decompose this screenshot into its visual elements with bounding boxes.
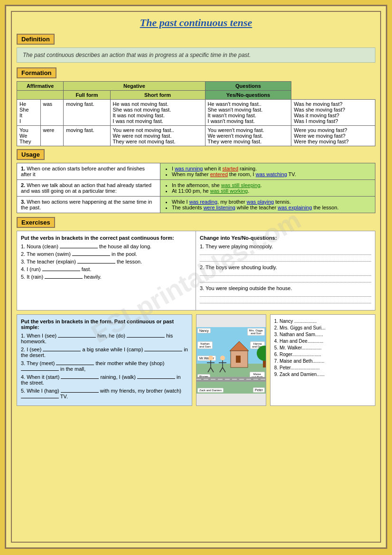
- usage-desc-3: 3. When two actions were happening at th…: [17, 197, 160, 213]
- highlight-playing: was playing: [247, 199, 274, 205]
- highlight-running: was running: [175, 166, 203, 171]
- svg-line-13: [220, 367, 223, 372]
- answer-line: [200, 293, 371, 297]
- highlight-reading: was reading: [189, 199, 217, 205]
- list-item: 7. Maise and Beth.........: [274, 358, 371, 364]
- questions-1: Was he moving fast?Was she moving fast?W…: [291, 100, 375, 126]
- scene-image: Nancy Mrs. Giggsand Suri Nathanand Sam H…: [196, 327, 266, 394]
- short-neg-1: He wasn't moving fast..She wasn't moving…: [205, 100, 291, 126]
- usage-table: 1. When one action starts before another…: [17, 163, 375, 213]
- subheader-full: Full form: [64, 91, 110, 100]
- full-neg-2: You were not moving fast..We were not mo…: [110, 126, 205, 146]
- list-item: 3. Nathan and Sam......: [274, 332, 371, 337]
- list-item: 1. Nancy .................: [274, 319, 371, 324]
- usage-desc-1: 1. When one action starts before another…: [17, 163, 160, 180]
- highlight-sleeping: was still sleeping: [221, 182, 261, 188]
- highlight-started: started: [222, 166, 238, 171]
- svg-line-14: [223, 367, 225, 372]
- list-item: 4. I (run) fast.: [21, 266, 192, 272]
- ex1-title: Put the verbs in brackets in the correct…: [21, 235, 192, 241]
- answer-line: [200, 300, 371, 303]
- list-item: 2. The women (swim) in the pool.: [21, 251, 192, 257]
- formation-section: Formation Affirmative Negative Questions…: [17, 67, 375, 146]
- list-item: 9. Zack and Damien......: [274, 372, 371, 377]
- formation-table: Affirmative Negative Questions Full form…: [17, 81, 375, 146]
- scene-illustration: Nancy Mrs. Giggsand Suri Nathanand Sam H…: [196, 314, 266, 406]
- scene-svg: [196, 327, 266, 394]
- answer-line: [200, 251, 371, 255]
- answer-line: [200, 258, 371, 262]
- main-2: moving fast.: [64, 126, 110, 146]
- table-row: HeSheItI was moving fast. He was not mov…: [17, 100, 375, 126]
- names-list: 1. Nancy ................. 2. Mrs. Giggs…: [270, 314, 375, 406]
- highlight-watching: was watching: [256, 171, 287, 177]
- main-1: moving fast.: [64, 100, 110, 126]
- list-item: 3. You were sleeping outside the house.: [200, 285, 371, 291]
- answer-line: [200, 272, 371, 276]
- list-item: 2. Mrs. Giggs and Suri...: [274, 325, 371, 330]
- svg-rect-2: [236, 356, 241, 363]
- definition-label: Definition: [17, 34, 55, 45]
- answer-line: [200, 279, 371, 282]
- definition-text: The past continuous describes an action …: [17, 47, 375, 63]
- list-item: 2. The boys were shouting loudly.: [200, 264, 371, 270]
- list-item: 1. They were playing monopoly.: [200, 244, 371, 249]
- header-questions: Questions: [205, 82, 291, 91]
- svg-line-9: [211, 367, 214, 372]
- short-neg-2: You weren't moving fast.We weren't movin…: [205, 126, 291, 146]
- list-item: 5. It (rain) heavily.: [21, 274, 192, 280]
- list-item: 5. While I (hang) with my friends, my br…: [21, 388, 188, 399]
- pronouns-2: YouWeThey: [17, 126, 41, 146]
- questions-2: Were you moving fast?Were we moving fast…: [291, 126, 375, 146]
- list-item: 1. Noura (clean) the house all day long.: [21, 244, 192, 249]
- usage-row-1: 1. When one action starts before another…: [17, 163, 375, 180]
- definition-section: Definition The past continuous describes…: [17, 34, 375, 63]
- table-row: YouWeThey were moving fast. You were not…: [17, 126, 375, 146]
- list-item: 3. The teacher (explain) the lesson.: [21, 259, 192, 264]
- ex2-title: Change into Yes/No-questions:: [200, 235, 371, 241]
- svg-point-4: [257, 346, 266, 361]
- list-item: 5. Mr. Walker...............: [274, 345, 371, 350]
- aux-2: were: [40, 126, 64, 146]
- usage-section: Usage 1. When one action starts before a…: [17, 149, 375, 213]
- usage-row-2: 2. When we talk about an action that had…: [17, 180, 375, 197]
- ex3-title: Put the verbs in brackets in the form. P…: [21, 319, 188, 330]
- exercises-section: Exercises Put the verbs in brackets in t…: [17, 217, 375, 310]
- pronouns-1: HeSheItI: [17, 100, 41, 126]
- svg-marker-0: [230, 341, 249, 351]
- bottom-exercises-section: Put the verbs in brackets in the form. P…: [17, 314, 375, 406]
- aux-1: was: [40, 100, 64, 126]
- list-item: 4. When it (start) raining, I (walk) in …: [21, 374, 188, 386]
- list-item: 8. Peter......................: [274, 365, 371, 370]
- highlight-listening: were listening: [204, 205, 235, 210]
- list-item: 4. Han and Dee............: [274, 339, 371, 344]
- usage-row-3: 3. When two actions were happening at th…: [17, 197, 375, 213]
- subheader-aff: [17, 91, 64, 100]
- usage-label: Usage: [17, 149, 45, 160]
- exercise-2: Change into Yes/No-questions: 1. They we…: [196, 231, 375, 310]
- subheader-yesno: Yes/No-questions: [205, 91, 291, 100]
- formation-label: Formation: [17, 67, 56, 78]
- exercise-3: Put the verbs in brackets in the form. P…: [17, 314, 192, 406]
- list-item: 2. I (see) a big snake while I (camp) in…: [21, 347, 188, 358]
- list-item: 6. Roger......................: [274, 352, 371, 357]
- list-item: 3. They (meet) their mother while they (…: [21, 360, 188, 372]
- usage-examples-2: In the afternoon, she was still sleeping…: [160, 180, 375, 197]
- full-neg-1: He was not moving fast.She was not movin…: [110, 100, 205, 126]
- header-negative: Negative: [64, 82, 205, 91]
- usage-examples-1: I was running when it started raining. W…: [160, 163, 375, 180]
- exercise-1: Put the verbs in brackets in the correct…: [17, 231, 196, 310]
- svg-point-5: [208, 356, 213, 360]
- highlight-working: was still working: [210, 188, 248, 194]
- page-title: The past continuous tense: [17, 17, 375, 29]
- exercises-label: Exercises: [17, 217, 55, 228]
- svg-point-10: [220, 356, 225, 360]
- svg-line-8: [208, 367, 211, 372]
- highlight-explaining: was explaining: [278, 205, 312, 210]
- highlight-entered: entered: [210, 171, 228, 177]
- list-item: 1. When I (see) him, he (do) his homewor…: [21, 333, 188, 344]
- header-affirmative: Affirmative: [17, 82, 64, 91]
- subheader-short: Short form: [110, 91, 205, 100]
- usage-examples-3: While I was reading, my brother was play…: [160, 197, 375, 213]
- usage-desc-2: 2. When we talk about an action that had…: [17, 180, 160, 197]
